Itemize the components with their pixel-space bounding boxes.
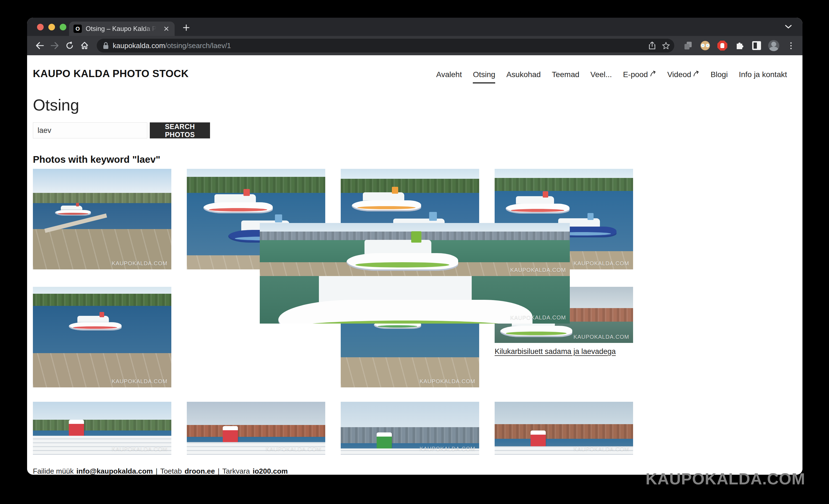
nav-item-veel[interactable]: Veel... xyxy=(590,70,612,82)
emoji-extension-icon[interactable] xyxy=(700,40,711,51)
share-icon[interactable] xyxy=(647,40,658,51)
photo-watermark: KAUPOKALDA.COM xyxy=(420,378,475,385)
photo-ship-funnel xyxy=(69,420,84,436)
photo-watermark: KAUPOKALDA.COM xyxy=(112,446,168,452)
new-tab-button[interactable] xyxy=(181,22,192,33)
url-path: /otsing/search/laev/1 xyxy=(165,41,231,50)
photo-land-area xyxy=(341,427,479,443)
page-title: Otsing xyxy=(33,96,787,114)
photo-sky-area xyxy=(33,402,171,420)
bookmark-star-icon[interactable] xyxy=(660,40,672,51)
results-heading: Photos with keyword "laev" xyxy=(33,154,787,165)
nav-item-label: Veel... xyxy=(590,70,612,79)
photo-grid-row-2: KAUPOKALDA.COMKAUPOKALDA.COMKAUPOKALDA.C… xyxy=(33,287,787,387)
site-header: KAUPO KALDA PHOTO STOCK AvalehtOtsingAsu… xyxy=(33,68,787,83)
photo-watermark: KAUPOKALDA.COM xyxy=(265,446,321,452)
extensions-puzzle-icon[interactable] xyxy=(734,40,745,51)
photo-land-area xyxy=(33,294,171,306)
browser-toolbar: kaupokalda.com/otsing/search/laev/1 xyxy=(27,36,802,55)
reader-panel-icon[interactable] xyxy=(751,40,762,51)
home-icon[interactable] xyxy=(78,39,91,52)
nav-item-avaleht[interactable]: Avaleht xyxy=(436,70,462,82)
nav-item-asukohad[interactable]: Asukohad xyxy=(506,70,541,82)
photo-watermark: KAUPOKALDA.COM xyxy=(112,260,168,267)
photo-thumbnail[interactable]: KAUPOKALDA.COM xyxy=(260,223,570,276)
photo-sky-area xyxy=(33,287,171,294)
photo-ship-shape xyxy=(204,193,273,213)
lock-icon[interactable] xyxy=(103,42,109,49)
desktop-background: O Otsing – Kaupo Kalda Photo St xyxy=(0,0,829,504)
photo-cell: KAUPOKALDA.COM xyxy=(495,402,633,455)
photo-ship-shape xyxy=(352,191,421,211)
photo-thumbnail[interactable]: KAUPOKALDA.COM xyxy=(495,402,633,455)
photo-land-area xyxy=(33,420,171,430)
footer-email-link[interactable]: info@kaupokalda.com xyxy=(76,467,153,475)
photo-cell: KAUPOKALDA.COM xyxy=(187,402,325,455)
nav-item-label: Teemad xyxy=(552,70,579,79)
page-content: KAUPO KALDA PHOTO STOCK AvalehtOtsingAsu… xyxy=(27,55,802,475)
search-form: SEARCH PHOTOS xyxy=(33,122,787,138)
nav-item-label: Asukohad xyxy=(506,70,541,79)
tab-close-icon[interactable] xyxy=(163,25,170,33)
photo-sky-area xyxy=(33,169,171,193)
photo-land-area xyxy=(187,177,325,193)
search-input[interactable] xyxy=(33,122,147,138)
tab-favicon: O xyxy=(73,25,82,33)
photo-sky-area xyxy=(260,223,570,231)
photo-watermark: KAUPOKALDA.COM xyxy=(112,378,168,385)
photo-thumbnail[interactable]: KAUPOKALDA.COM xyxy=(33,287,171,387)
nav-item-teemad[interactable]: Teemad xyxy=(552,70,579,82)
footer-droon-link[interactable]: droon.ee xyxy=(185,467,215,475)
tab-strip: O Otsing – Kaupo Kalda Photo St xyxy=(27,18,802,36)
photo-cell: KAUPOKALDA.COM xyxy=(341,402,479,455)
reload-icon[interactable] xyxy=(63,39,76,52)
photo-ship-shape xyxy=(506,195,569,214)
photo-watermark: KAUPOKALDA.COM xyxy=(510,267,566,273)
close-window-button[interactable] xyxy=(37,24,44,30)
nav-item-info-ja-kontakt[interactable]: Info ja kontakt xyxy=(739,70,787,82)
nav-item-label: Avaleht xyxy=(436,70,462,79)
browser-menu-icon[interactable] xyxy=(785,40,796,51)
address-bar[interactable]: kaupokalda.com/otsing/search/laev/1 xyxy=(97,39,674,52)
url-host: kaupokalda.com xyxy=(113,41,165,50)
photo-sky-area xyxy=(341,169,479,179)
photo-ship-shape xyxy=(55,205,91,216)
zoom-window-button[interactable] xyxy=(60,24,66,30)
external-link-arrow-icon xyxy=(650,70,656,77)
nav-item-label: Otsing xyxy=(473,70,495,79)
photo-land-area xyxy=(495,424,633,439)
search-photos-button[interactable]: SEARCH PHOTOS xyxy=(150,122,210,138)
browser-tab[interactable]: O Otsing – Kaupo Kalda Photo St xyxy=(69,22,175,36)
tab-copy-icon[interactable] xyxy=(683,40,694,51)
photo-thumbnail[interactable]: KAUPOKALDA.COM xyxy=(341,402,479,455)
footer-io200-link[interactable]: io200.com xyxy=(253,467,288,475)
photo-sky-area xyxy=(495,402,633,424)
back-icon[interactable] xyxy=(33,39,46,52)
photo-watermark: KAUPOKALDA.COM xyxy=(420,446,475,452)
photo-cell: KAUPOKALDA.COM xyxy=(33,169,171,269)
photo-cell: KAUPOKALDA.COM xyxy=(33,402,171,455)
photo-thumbnail[interactable]: KAUPOKALDA.COM xyxy=(187,402,325,455)
photo-land-area xyxy=(33,193,171,203)
photo-thumbnail[interactable]: KAUPOKALDA.COM xyxy=(33,402,171,455)
photo-thumbnail[interactable]: KAUPOKALDA.COM xyxy=(33,169,171,269)
forward-icon[interactable] xyxy=(48,39,61,52)
nav-item-e-pood[interactable]: E-pood xyxy=(623,70,656,82)
nav-item-label: Blogi xyxy=(711,70,728,79)
footer-separator: | xyxy=(218,467,220,475)
minimize-window-button[interactable] xyxy=(48,24,55,30)
photo-ship-funnel xyxy=(376,432,392,448)
adblock-icon[interactable] xyxy=(717,40,728,51)
address-bar-actions xyxy=(647,40,672,51)
nav-item-videod[interactable]: Videod xyxy=(668,70,700,82)
photo-caption-link[interactable]: Kilukarbisiluett sadama ja laevadega xyxy=(495,347,616,356)
nav-item-otsing[interactable]: Otsing xyxy=(473,70,495,83)
tab-search-chevron-icon[interactable] xyxy=(784,23,793,31)
photo-ship-funnel xyxy=(223,426,238,442)
extension-area xyxy=(683,40,796,51)
photo-sky-area xyxy=(495,169,633,178)
profile-avatar[interactable] xyxy=(768,40,779,51)
footer-sales-label: Failide müük xyxy=(33,467,73,475)
nav-item-blogi[interactable]: Blogi xyxy=(711,70,728,82)
photo-watermark: KAUPOKALDA.COM xyxy=(573,260,629,267)
